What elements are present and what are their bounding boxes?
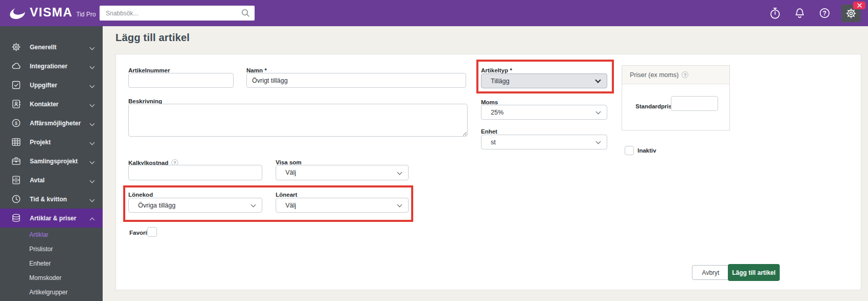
lonekod-label: Lönekod bbox=[128, 192, 153, 198]
inaktiv-label: Inaktiv bbox=[638, 147, 656, 154]
standardpris-input[interactable] bbox=[671, 96, 718, 111]
kalkylkostnad-input[interactable] bbox=[128, 165, 262, 180]
chevron-down-icon bbox=[90, 159, 95, 164]
visma-swoosh-icon bbox=[8, 5, 27, 20]
chevron-down-icon bbox=[596, 139, 601, 144]
table-icon bbox=[11, 137, 22, 147]
chevron-down-icon bbox=[90, 197, 95, 202]
clock-icon bbox=[11, 194, 22, 204]
loneart-select[interactable]: Välj bbox=[276, 198, 409, 213]
sidebar-item-integrationer[interactable]: Integrationer bbox=[0, 57, 103, 76]
search-input[interactable] bbox=[100, 6, 255, 21]
sidebar-subitem-artikelgrupper[interactable]: Artikelgrupper bbox=[0, 285, 103, 299]
quick-search bbox=[100, 6, 255, 21]
cloud-icon bbox=[11, 61, 22, 71]
artikelnummer-input[interactable] bbox=[128, 73, 234, 88]
lonekod-select[interactable]: Övriga tillägg bbox=[128, 198, 262, 213]
enhet-select[interactable]: st bbox=[481, 135, 607, 149]
chevron-up-icon bbox=[90, 218, 95, 223]
sidebar-item-avtal[interactable]: Avtal bbox=[0, 171, 103, 190]
sidebar-subitem-prislistor[interactable]: Prislistor bbox=[0, 242, 103, 256]
sidebar-item-tid-kvitton[interactable]: Tid & kvitton bbox=[0, 190, 103, 209]
visma-logo: VISMA Tid Pro bbox=[8, 5, 96, 20]
beskrivning-textarea[interactable] bbox=[128, 104, 468, 137]
task-check-icon bbox=[11, 80, 22, 90]
help-icon[interactable]: ? bbox=[818, 7, 831, 20]
chevron-down-icon bbox=[90, 83, 95, 88]
svg-text:$: $ bbox=[15, 120, 18, 126]
close-icon[interactable] bbox=[853, 2, 865, 9]
artikeltyp-select[interactable]: Tillägg bbox=[481, 73, 607, 88]
chevron-down-icon bbox=[90, 45, 95, 50]
chevron-down-icon bbox=[90, 121, 95, 126]
submit-button[interactable]: Lägg till artikel bbox=[728, 264, 780, 281]
help-icon[interactable]: ? bbox=[682, 71, 688, 78]
sidebar-item-uppgifter[interactable]: Uppgifter bbox=[0, 76, 103, 95]
svg-text:?: ? bbox=[823, 10, 826, 17]
cancel-button[interactable]: Avbryt bbox=[692, 265, 729, 280]
inaktiv-checkbox[interactable] bbox=[625, 146, 634, 155]
standardpris-label: Standardpris bbox=[635, 103, 672, 109]
chevron-down-icon bbox=[90, 102, 95, 107]
sidebar-subitem-enheter[interactable]: Enheter bbox=[0, 256, 103, 271]
artikeltyp-label: Artikeltyp * bbox=[481, 67, 512, 73]
sidebar-item-projekt[interactable]: Projekt bbox=[0, 133, 103, 152]
visa-som-select[interactable]: Välj bbox=[276, 165, 409, 180]
moms-select[interactable]: 25% bbox=[481, 105, 607, 120]
sidebar-item-kontakter[interactable]: Kontakter bbox=[0, 95, 103, 114]
chevron-down-icon bbox=[251, 202, 256, 208]
favorit-checkbox[interactable] bbox=[147, 227, 157, 237]
enhet-label: Enhet bbox=[481, 128, 497, 135]
add-article-form: Artikelnummer Namn * Artikeltyp * Tilläg… bbox=[115, 54, 861, 290]
topbar: VISMA Tid Pro ? bbox=[0, 0, 868, 26]
product-name: Tid Pro bbox=[76, 11, 96, 18]
briefcase-icon bbox=[11, 156, 22, 166]
sidebar-item-generellt[interactable]: Generellt bbox=[0, 37, 103, 57]
main-content: Lägg till artikel Artikelnummer Namn * A… bbox=[103, 26, 868, 301]
chevron-down-icon bbox=[90, 140, 95, 145]
gear-icon bbox=[11, 42, 22, 52]
sidebar-item-samlingsprojekt[interactable]: Samlingsprojekt bbox=[0, 152, 103, 171]
sidebar-item-artiklar-priser[interactable]: Artiklar & priser bbox=[0, 209, 103, 228]
sidebar-subitem-momskoder[interactable]: Momskoder bbox=[0, 271, 103, 285]
sidebar-subitem-artiklar[interactable]: Artiklar bbox=[0, 228, 103, 242]
chevron-down-icon bbox=[90, 64, 95, 69]
chevron-down-icon bbox=[90, 178, 95, 183]
loneart-label: Löneart bbox=[276, 192, 297, 198]
sidebar-item-affarsmojligheter[interactable]: $ Affärsmöjligheter bbox=[0, 114, 103, 133]
chevron-down-icon bbox=[596, 109, 601, 115]
favorit-label: Favorit bbox=[129, 230, 149, 236]
namn-input[interactable] bbox=[246, 73, 466, 88]
dollar-circle-icon: $ bbox=[11, 118, 22, 128]
sidebar: Generellt Integrationer Uppgifter Kontak… bbox=[0, 26, 103, 301]
timer-icon[interactable] bbox=[769, 7, 781, 20]
chevron-down-icon bbox=[595, 77, 601, 83]
priser-panel-header: Priser (ex moms) ? bbox=[622, 66, 729, 84]
drawer-icon bbox=[11, 175, 22, 185]
brand-name: VISMA bbox=[30, 5, 73, 20]
coins-icon bbox=[11, 213, 22, 223]
priser-panel: Priser (ex moms) ? Standardpris bbox=[622, 65, 730, 130]
chevron-down-icon bbox=[397, 202, 402, 208]
page-title: Lägg till artikel bbox=[115, 32, 190, 44]
chevron-down-icon bbox=[397, 170, 402, 175]
search-icon[interactable] bbox=[240, 8, 250, 18]
bell-icon[interactable] bbox=[794, 7, 806, 20]
contact-card-icon bbox=[11, 99, 22, 109]
